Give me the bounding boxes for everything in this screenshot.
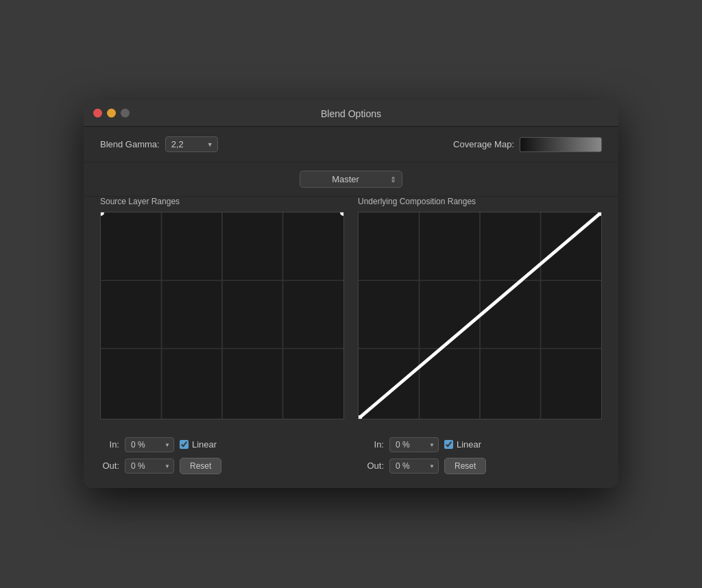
window-title: Blend Options: [321, 108, 381, 119]
channel-select-area: Master Red Green Blue: [84, 162, 618, 197]
source-in-select[interactable]: 0 % 25 % 50 % 75 % 100 %: [125, 437, 174, 452]
underlying-comp-graph[interactable]: [358, 212, 602, 419]
underlying-out-select[interactable]: 0 % 25 % 50 % 75 % 100 %: [389, 458, 439, 474]
blend-gamma-select-wrapper: 2,2 1,0 Custom: [165, 136, 218, 152]
coverage-map-label: Coverage Map:: [453, 139, 514, 149]
underlying-out-select-wrapper: 0 % 25 % 50 % 75 % 100 %: [389, 458, 439, 474]
underlying-comp-controls: In: 0 % 25 % 50 % 75 % 100 % Linear Out: [365, 437, 602, 474]
source-out-select[interactable]: 0 % 25 % 50 % 75 % 100 %: [125, 458, 174, 474]
underlying-comp-svg: [359, 212, 601, 419]
coverage-map-group: Coverage Map:: [453, 137, 602, 152]
underlying-linear-text: Linear: [457, 439, 481, 450]
source-in-select-wrapper: 0 % 25 % 50 % 75 % 100 %: [125, 437, 174, 452]
underlying-reset-button[interactable]: Reset: [444, 458, 486, 474]
traffic-lights: [93, 109, 130, 118]
source-layer-svg: [101, 212, 343, 419]
top-toolbar: Blend Gamma: 2,2 1,0 Custom Coverage Map…: [84, 127, 618, 162]
close-button[interactable]: [93, 109, 102, 118]
channel-select[interactable]: Master Red Green Blue: [300, 171, 402, 188]
underlying-linear-checkbox[interactable]: [444, 440, 453, 449]
source-in-label: In:: [100, 439, 119, 450]
underlying-in-select-wrapper: 0 % 25 % 50 % 75 % 100 %: [389, 437, 439, 452]
blend-gamma-label: Blend Gamma:: [100, 139, 160, 149]
source-linear-text: Linear: [192, 439, 217, 450]
titlebar: Blend Options: [84, 100, 618, 127]
underlying-linear-label[interactable]: Linear: [444, 439, 481, 450]
controls-row: In: 0 % 25 % 50 % 75 % 100 % Linear Out: [84, 430, 618, 488]
source-reset-button[interactable]: Reset: [180, 458, 221, 474]
underlying-comp-section: Underlying Composition Ranges: [358, 197, 602, 419]
graphs-area: Source Layer Ranges Underlying: [84, 197, 618, 430]
source-linear-label[interactable]: Linear: [180, 439, 217, 450]
minimize-button[interactable]: [107, 109, 116, 118]
source-out-label: Out:: [100, 461, 119, 471]
source-out-select-wrapper: 0 % 25 % 50 % 75 % 100 %: [125, 458, 174, 474]
underlying-in-select[interactable]: 0 % 25 % 50 % 75 % 100 %: [389, 437, 439, 452]
underlying-out-label: Out:: [365, 461, 384, 471]
underlying-in-row: In: 0 % 25 % 50 % 75 % 100 % Linear: [365, 437, 602, 452]
underlying-comp-title: Underlying Composition Ranges: [358, 197, 602, 206]
channel-select-wrapper: Master Red Green Blue: [300, 171, 402, 188]
coverage-map-gradient: [520, 137, 602, 152]
underlying-out-row: Out: 0 % 25 % 50 % 75 % 100 % Reset: [365, 458, 602, 474]
blend-gamma-group: Blend Gamma: 2,2 1,0 Custom: [100, 136, 218, 152]
source-layer-section: Source Layer Ranges: [100, 197, 344, 419]
source-layer-title: Source Layer Ranges: [100, 197, 344, 206]
source-layer-controls: In: 0 % 25 % 50 % 75 % 100 % Linear Out: [100, 437, 337, 474]
blend-gamma-select[interactable]: 2,2 1,0 Custom: [165, 136, 218, 152]
source-in-row: In: 0 % 25 % 50 % 75 % 100 % Linear: [100, 437, 337, 452]
source-layer-graph[interactable]: [100, 212, 344, 419]
blend-options-window: Blend Options Blend Gamma: 2,2 1,0 Custo…: [84, 100, 618, 488]
underlying-in-label: In:: [365, 439, 384, 450]
source-linear-checkbox[interactable]: [180, 440, 189, 449]
maximize-button[interactable]: [121, 109, 130, 118]
source-out-row: Out: 0 % 25 % 50 % 75 % 100 % Reset: [100, 458, 337, 474]
